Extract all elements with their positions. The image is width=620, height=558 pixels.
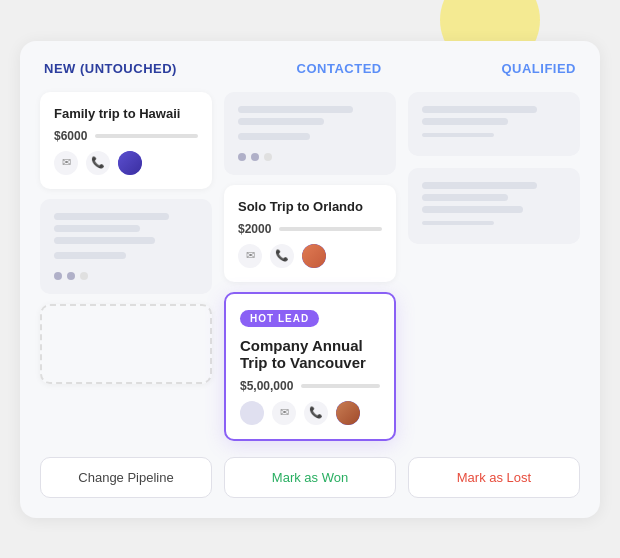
card-faded-contacted-1 [224, 92, 396, 175]
card-progress-family [95, 134, 198, 138]
faded-line-1 [54, 213, 169, 220]
card-company-trip[interactable]: HOT LEAD Company Annual Trip to Vancouve… [224, 292, 396, 441]
faded-price-c1-line [238, 133, 310, 140]
faded-line-q2-2 [422, 194, 508, 201]
avatar-solo [302, 244, 326, 268]
phone-icon[interactable]: 📞 [86, 151, 110, 175]
card-price-row-company: $5,00,000 [240, 379, 380, 393]
faded-line-q2-3 [422, 206, 523, 213]
hot-lead-badge: HOT LEAD [240, 310, 319, 327]
faded-lines-c1 [238, 106, 382, 125]
card-solo-trip[interactable]: Solo Trip to Orlando $2000 ✉ 📞 [224, 185, 396, 282]
faded-line-2 [54, 225, 140, 232]
faded-lines [54, 213, 198, 244]
column-headers: NEW (UNTOUCHED) CONTACTED QUALIFIED [40, 61, 580, 76]
dot-c1-2 [251, 153, 259, 161]
mark-as-lost-button[interactable]: Mark as Lost [408, 457, 580, 498]
avatar-family [118, 151, 142, 175]
email-icon-solo[interactable]: ✉ [238, 244, 262, 268]
dot-1 [54, 272, 62, 280]
dot-row-c1 [238, 153, 382, 161]
faded-price-c1 [238, 133, 382, 145]
email-icon-company[interactable]: ✉ [272, 401, 296, 425]
card-placeholder-new [40, 304, 212, 384]
kanban-col-qualified [408, 92, 580, 441]
col-header-qualified: QUALIFIED [501, 61, 576, 76]
status-dot-company [240, 401, 264, 425]
card-actions-solo: ✉ 📞 [238, 244, 382, 268]
phone-icon-company[interactable]: 📞 [304, 401, 328, 425]
phone-icon-solo[interactable]: 📞 [270, 244, 294, 268]
faded-price-row [54, 252, 198, 264]
faded-line-c1-2 [238, 118, 324, 125]
dot-3 [80, 272, 88, 280]
kanban-board: NEW (UNTOUCHED) CONTACTED QUALIFIED Fami… [20, 41, 600, 518]
faded-bar-q2 [422, 221, 494, 225]
faded-bar-q1 [422, 133, 494, 137]
dot-c1-1 [238, 153, 246, 161]
card-actions-company: ✉ 📞 [240, 401, 380, 425]
card-faded-qualified-1 [408, 92, 580, 156]
faded-line-q2-1 [422, 182, 537, 189]
email-icon[interactable]: ✉ [54, 151, 78, 175]
faded-line-3 [54, 237, 155, 244]
card-price-row-family: $6000 [54, 129, 198, 143]
card-title-family: Family trip to Hawaii [54, 106, 198, 121]
faded-price-line [54, 252, 126, 259]
card-faded-qualified-2 [408, 168, 580, 244]
card-title-solo: Solo Trip to Orlando [238, 199, 382, 214]
kanban-col-new: Family trip to Hawaii $6000 ✉ 📞 [40, 92, 212, 441]
card-price-row-solo: $2000 [238, 222, 382, 236]
dot-c1-3 [264, 153, 272, 161]
dot-row-faded [54, 272, 198, 280]
action-bar: Change Pipeline Mark as Won Mark as Lost [40, 457, 580, 498]
faded-line-c1-1 [238, 106, 353, 113]
col-header-new: NEW (UNTOUCHED) [44, 61, 177, 76]
faded-line-q1-1 [422, 106, 537, 113]
avatar-company [336, 401, 360, 425]
kanban-area: Family trip to Hawaii $6000 ✉ 📞 [40, 92, 580, 441]
mark-as-won-button[interactable]: Mark as Won [224, 457, 396, 498]
card-progress-company [301, 384, 380, 388]
card-price-family: $6000 [54, 129, 87, 143]
faded-line-q1-2 [422, 118, 508, 125]
card-faded-new [40, 199, 212, 294]
col-header-contacted: CONTACTED [297, 61, 382, 76]
card-title-company: Company Annual Trip to Vancouver [240, 337, 380, 371]
faded-lines-q1 [422, 106, 566, 125]
change-pipeline-button[interactable]: Change Pipeline [40, 457, 212, 498]
card-price-company: $5,00,000 [240, 379, 293, 393]
faded-lines-q2 [422, 182, 566, 213]
card-actions-family: ✉ 📞 [54, 151, 198, 175]
kanban-col-contacted: Solo Trip to Orlando $2000 ✉ 📞 HOT LEAD … [224, 92, 396, 441]
card-progress-solo [279, 227, 382, 231]
dot-2 [67, 272, 75, 280]
card-family-trip[interactable]: Family trip to Hawaii $6000 ✉ 📞 [40, 92, 212, 189]
card-price-solo: $2000 [238, 222, 271, 236]
